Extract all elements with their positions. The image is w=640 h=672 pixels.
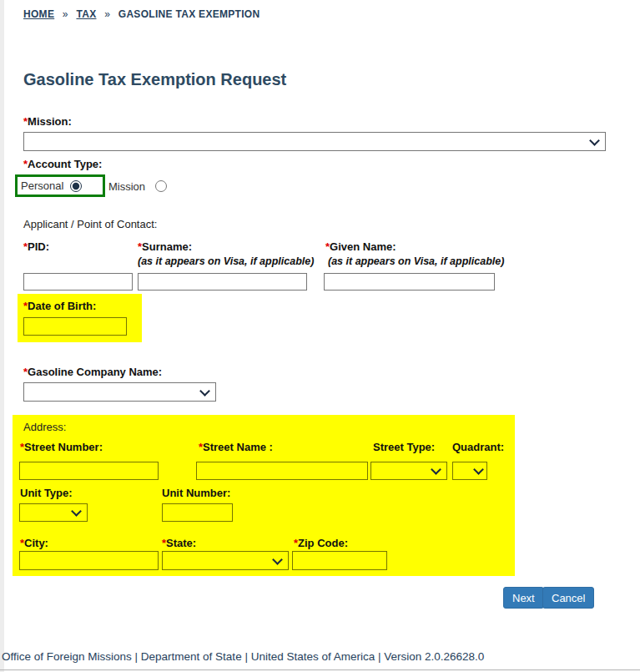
- account-type-label: *Account Type:: [23, 158, 102, 170]
- mission-select-wrap: [23, 132, 606, 151]
- zip-code-input[interactable]: [292, 551, 387, 570]
- given-name-input[interactable]: [324, 273, 495, 291]
- surname-label: *Surname:: [138, 240, 192, 253]
- state-select-wrap: [162, 551, 289, 570]
- unit-type-label: Unit Type:: [20, 487, 73, 499]
- street-type-select[interactable]: [370, 462, 447, 480]
- pid-input[interactable]: [23, 273, 133, 291]
- state-label: *State:: [162, 537, 196, 549]
- dob-label: *Date of Birth:: [23, 300, 96, 312]
- personal-radio[interactable]: [70, 180, 82, 192]
- state-select[interactable]: [162, 551, 289, 570]
- street-name-label: *Street Name :: [199, 441, 273, 453]
- quadrant-select-wrap: [452, 462, 487, 480]
- street-name-input[interactable]: [196, 462, 368, 480]
- breadcrumb-tax-link[interactable]: TAX: [76, 8, 96, 20]
- surname-input[interactable]: [138, 273, 307, 291]
- pid-label: *PID:: [23, 240, 49, 253]
- quadrant-label: Quadrant:: [452, 441, 504, 453]
- cancel-button[interactable]: Cancel: [542, 587, 594, 609]
- address-section-heading: Address:: [23, 421, 66, 433]
- street-type-select-wrap: [370, 462, 447, 480]
- street-number-input[interactable]: [19, 462, 159, 480]
- zip-code-label: *Zip Code:: [294, 537, 348, 549]
- footer-divider: [0, 669, 640, 670]
- city-input[interactable]: [19, 551, 159, 570]
- gas-company-select[interactable]: [23, 382, 216, 402]
- page-left-edge: [0, 0, 4, 672]
- breadcrumb: HOME » TAX » GASOLINE TAX EXEMPTION: [23, 8, 260, 20]
- mission-radio-label: Mission: [108, 180, 145, 193]
- unit-number-label: Unit Number:: [162, 487, 230, 499]
- city-label: *City:: [20, 537, 48, 549]
- mission-select[interactable]: [23, 132, 606, 151]
- personal-radio-label: Personal: [21, 179, 63, 192]
- given-name-visa-note: (as it appears on Visa, if applicable): [328, 255, 504, 267]
- breadcrumb-separator: »: [63, 8, 68, 20]
- gasoline-tax-exemption-page: HOME » TAX » GASOLINE TAX EXEMPTION Gaso…: [0, 0, 640, 672]
- personal-radio-focus-box: Personal: [15, 174, 105, 197]
- dob-input[interactable]: [23, 317, 127, 336]
- breadcrumb-current: GASOLINE TAX EXEMPTION: [118, 8, 260, 20]
- page-title: Gasoline Tax Exemption Request: [23, 70, 286, 89]
- mission-radio[interactable]: [155, 180, 167, 192]
- street-type-label: Street Type:: [373, 441, 435, 453]
- unit-type-select[interactable]: [19, 503, 88, 522]
- quadrant-select[interactable]: [452, 462, 487, 480]
- given-name-label: *Given Name:: [325, 240, 396, 253]
- surname-visa-note: (as it appears on Visa, if applicable): [138, 255, 314, 267]
- unit-number-input[interactable]: [162, 503, 233, 522]
- mission-label: *Mission:: [23, 115, 72, 128]
- gas-company-label: *Gasoline Company Name:: [23, 366, 162, 378]
- breadcrumb-home-link[interactable]: HOME: [23, 8, 54, 20]
- breadcrumb-separator: »: [104, 8, 110, 20]
- unit-type-select-wrap: [19, 503, 88, 522]
- next-button[interactable]: Next: [503, 587, 544, 609]
- applicant-section-heading: Applicant / Point of Contact:: [23, 218, 157, 230]
- gas-company-select-wrap: [23, 382, 216, 402]
- footer-text: Office of Foreign Missions | Department …: [2, 650, 484, 663]
- street-number-label: *Street Number:: [20, 441, 103, 453]
- mission-radio-option: Mission: [108, 177, 167, 195]
